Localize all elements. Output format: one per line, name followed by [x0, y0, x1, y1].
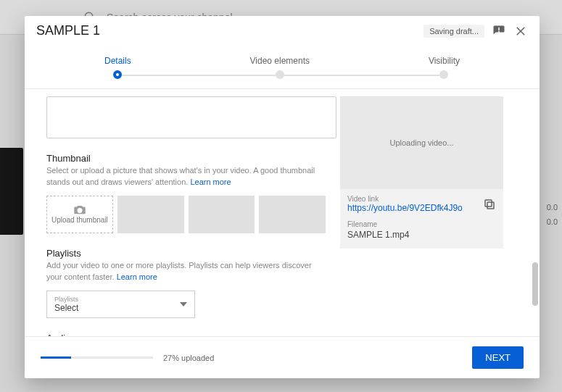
step-video-elements[interactable]: Video elements: [250, 56, 310, 79]
thumbnail-sub: Select or upload a picture that shows wh…: [46, 165, 326, 188]
progress-track: [41, 356, 153, 359]
thumbnail-title: Thumbnail: [46, 153, 326, 164]
close-icon[interactable]: [513, 24, 528, 38]
step-label: Details: [104, 56, 131, 66]
step-dot-icon: [439, 70, 448, 79]
feedback-icon[interactable]: [492, 24, 506, 38]
step-dot-icon: [113, 70, 122, 79]
playlists-sub: Add your video to one or more playlists.…: [46, 260, 326, 283]
progress-fill: [41, 356, 71, 359]
description-box[interactable]: [46, 96, 336, 138]
uploading-text: Uploading video...: [389, 138, 453, 147]
filename-label: Filename: [347, 220, 496, 228]
progress-text: 27% uploaded: [163, 354, 214, 362]
stepper: Details Video elements Visibility: [25, 46, 540, 89]
playlists-learn-more[interactable]: Learn more: [117, 272, 157, 281]
next-button[interactable]: NEXT: [472, 346, 524, 369]
video-link-label: Video link: [347, 195, 463, 203]
step-label: Visibility: [429, 56, 460, 66]
step-details[interactable]: Details: [104, 56, 131, 79]
upload-thumbnail-label: Upload thumbnail: [51, 216, 108, 224]
upload-modal: SAMPLE 1 Saving draft... Details Video e…: [25, 16, 540, 378]
filename-value: SAMPLE 1.mp4: [347, 230, 496, 240]
video-link[interactable]: https://youtu.be/9V2EDfk4J9o: [347, 203, 463, 213]
thumbnail-slot[interactable]: [259, 196, 326, 233]
thumbnail-slot[interactable]: [189, 196, 255, 233]
copy-icon[interactable]: [483, 198, 496, 211]
upload-thumbnail-button[interactable]: + Upload thumbnail: [46, 196, 113, 233]
step-dot-icon: [276, 70, 284, 79]
modal-title: SAMPLE 1: [36, 23, 416, 38]
step-label: Video elements: [250, 56, 310, 66]
svg-text:+: +: [83, 205, 84, 208]
svg-rect-7: [485, 200, 492, 207]
playlist-field-label: Playlists: [54, 296, 78, 303]
svg-rect-6: [487, 202, 494, 209]
chevron-down-icon: [180, 302, 187, 306]
scrollbar-thumb[interactable]: [532, 262, 538, 306]
step-visibility[interactable]: Visibility: [429, 56, 460, 79]
saving-status: Saving draft...: [423, 25, 484, 38]
add-photo-icon: +: [73, 204, 86, 214]
playlist-select[interactable]: Playlists Select: [46, 291, 195, 318]
preview-video-placeholder: Uploading video...: [340, 96, 503, 189]
playlists-title: Playlists: [46, 248, 326, 259]
thumbnail-slot[interactable]: [117, 196, 184, 233]
thumbnail-learn-more[interactable]: Learn more: [190, 178, 231, 186]
preview-card: Uploading video... Video link https://yo…: [340, 96, 503, 249]
playlist-field-value: Select: [54, 303, 78, 313]
